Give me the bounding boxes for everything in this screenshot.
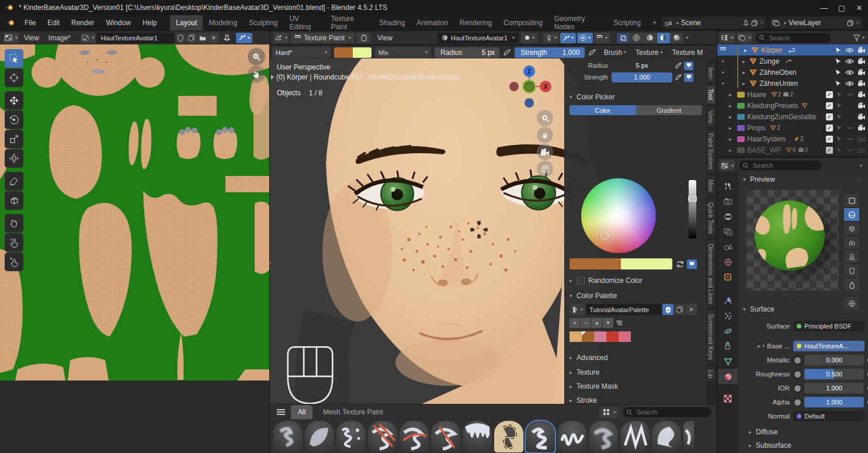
outliner-row-zunge[interactable]: • ▸ Zunge (717, 56, 868, 67)
preview-shaderball-button[interactable] (843, 250, 860, 264)
new-scene-icon[interactable] (751, 20, 758, 26)
collection-checkbox[interactable]: ✓ (826, 136, 833, 143)
palette-swatch-4[interactable] (606, 331, 619, 342)
collection-checkbox[interactable]: ✓ (826, 102, 833, 109)
outliner-row-base-wp[interactable]: ▸ BASE_WP 6 3 ✓ (717, 144, 868, 155)
transform-tool-button[interactable] (5, 149, 23, 168)
color-tab[interactable]: Color (570, 105, 636, 115)
collection-checkbox[interactable]: ✓ (826, 125, 833, 132)
select-arrow-icon[interactable] (832, 47, 843, 53)
image-pin-icon[interactable] (224, 34, 230, 42)
uv-pan-gizmo[interactable] (248, 65, 265, 83)
mode-selector[interactable]: Texture Paint▾ (291, 33, 355, 43)
select-arrow-icon[interactable] (833, 147, 845, 153)
unlink-palette-button[interactable]: × (686, 304, 697, 315)
sidebar-radius-slider[interactable]: 5 px (612, 61, 672, 71)
outliner-row-koerper[interactable]: ▸ Körper (717, 44, 868, 56)
workspace-tab-shading[interactable]: Shading (373, 15, 411, 30)
eye-closed-icon[interactable] (845, 148, 855, 153)
tab-data-properties[interactable] (719, 354, 737, 369)
shelf-tab-all[interactable]: All (291, 405, 313, 419)
viewlayer-name[interactable]: ViewLayer (789, 19, 845, 27)
select-arrow-icon[interactable] (832, 80, 843, 87)
tab-object-properties[interactable] (719, 269, 737, 285)
sidebar-tab-misc[interactable]: Misc (706, 175, 715, 196)
shelf-tab-mesh-texture-paint[interactable]: Mesh Texture Paint (316, 405, 390, 419)
sidebar-tab-item[interactable]: Item (706, 63, 715, 83)
maximize-button[interactable]: ▢ (833, 1, 850, 15)
base-color-field[interactable]: HautTextureA... (793, 341, 864, 351)
tab-tool-properties[interactable] (719, 178, 737, 193)
brush-color-link-icon[interactable] (687, 260, 697, 269)
workspace-tab-uv-editing[interactable]: UV Editing (283, 15, 325, 30)
sidebar-radius-pressure-icon[interactable] (675, 62, 682, 69)
palette-move-down-button[interactable]: ▼ (603, 318, 613, 328)
palette-move-up-button[interactable]: ▲ (592, 318, 602, 328)
swipe-gesture-button[interactable] (5, 233, 23, 252)
workspace-tab-sculpting[interactable]: Sculpting (243, 15, 283, 30)
brush-thumb-ink[interactable] (557, 421, 586, 452)
outliner-row-kleidungzumgestallte[interactable]: ▸ KleidungZumGestallte ✓ (717, 111, 868, 122)
strength-pressure-icon[interactable] (588, 49, 596, 56)
add-workspace-button[interactable]: + (647, 15, 662, 30)
rotate-tool-button[interactable] (5, 110, 23, 129)
palette-swatch-3[interactable] (594, 331, 606, 342)
texture-mask-section[interactable]: ▸Texture Mask (565, 379, 716, 393)
menu-help[interactable]: Help (137, 16, 163, 29)
subsurface-panel-header[interactable]: ▸Subsurface (738, 438, 868, 452)
sidebar-strength-pressure-icon[interactable] (675, 74, 682, 81)
brush-selector[interactable]: Hard*▾ (272, 47, 331, 58)
blender-menu-icon[interactable] (6, 19, 15, 26)
outliner-row-haarsystem[interactable]: ▸ HaarSystem 2 ✓ (717, 133, 868, 144)
strength-slider[interactable]: Strength 1.000 (515, 47, 584, 58)
tab-physics-properties[interactable] (719, 323, 737, 338)
sidebar-radius-unified-icon[interactable] (684, 61, 693, 70)
workspace-tab-texture-paint[interactable]: Texture Paint (325, 15, 373, 30)
eye-closed-icon[interactable] (845, 126, 855, 130)
workspace-tab-scripting[interactable]: Scripting (607, 15, 647, 30)
tab-output-properties[interactable] (719, 209, 737, 224)
tweak-tool-button[interactable] (5, 49, 23, 68)
hide-eye-icon[interactable] (843, 81, 855, 87)
sidebar-tab-paint-system[interactable]: Paint System (706, 129, 715, 174)
palette-swatch-2-active[interactable] (582, 331, 594, 342)
pan-gizmo[interactable] (537, 127, 553, 143)
image-name-field[interactable]: HautTextureAvatar1 (96, 33, 175, 43)
workspace-tab-layout[interactable]: Layout (170, 15, 203, 30)
sidebar-tab-view[interactable]: View (706, 106, 715, 128)
surface-shader-field[interactable]: Principled BSDF (793, 321, 864, 331)
preview-cube-button[interactable] (843, 222, 860, 236)
color-wheel-cursor[interactable] (600, 231, 609, 240)
shading-rendered-button[interactable] (671, 33, 683, 43)
disable-render-camera-icon[interactable] (855, 91, 868, 98)
hide-eye-icon[interactable] (843, 47, 855, 53)
advanced-section[interactable]: ▸Advanced (565, 351, 716, 365)
shelf-display-button[interactable]: ▾ (600, 407, 619, 418)
uv-snap-toggle[interactable]: ▾ (236, 33, 252, 43)
grease-pencil-icon[interactable] (357, 33, 371, 43)
tab-material-properties[interactable] (718, 369, 738, 384)
texture-menu[interactable]: Texture▾ (631, 49, 666, 57)
palette-name-field[interactable]: TutorialAvatarPalette (586, 304, 662, 315)
preview-flat-button[interactable] (843, 193, 860, 208)
brush-thumb-mask-lasso[interactable] (494, 421, 523, 452)
randomize-checkbox[interactable] (577, 276, 585, 285)
scale-tool-button[interactable] (5, 130, 23, 148)
properties-options-icon[interactable]: ▾ (860, 163, 862, 168)
sidebar-strength-unified-icon[interactable] (684, 73, 693, 82)
zoom-gizmo[interactable] (537, 110, 553, 126)
tab-viewlayer-properties[interactable] (719, 224, 737, 239)
outliner-editor-type-button[interactable]: ▾ (720, 33, 735, 43)
preview-fluid-button[interactable] (843, 278, 860, 292)
sidebar-tab-screencast-keys[interactable]: Screencast Keys (706, 310, 715, 364)
outliner-row-props[interactable]: ▸ Props 2 ✓ (717, 122, 868, 133)
outliner-row-kleidungpresets[interactable]: ▸ KleidungPresets ✓ (717, 100, 868, 111)
disable-render-camera-icon[interactable] (855, 102, 868, 109)
render-disabled-camera-icon[interactable] (855, 147, 868, 153)
outliner-row-zaehneoben[interactable]: • ▸ ZähneOben (717, 67, 868, 78)
image-editor-canvas[interactable] (0, 44, 269, 453)
tab-particles-properties[interactable] (719, 308, 737, 323)
select-arrow-icon[interactable] (833, 125, 845, 131)
preview-sphere-button[interactable] (843, 208, 860, 222)
diffuse-panel-header[interactable]: ▸Diffuse (738, 425, 868, 439)
